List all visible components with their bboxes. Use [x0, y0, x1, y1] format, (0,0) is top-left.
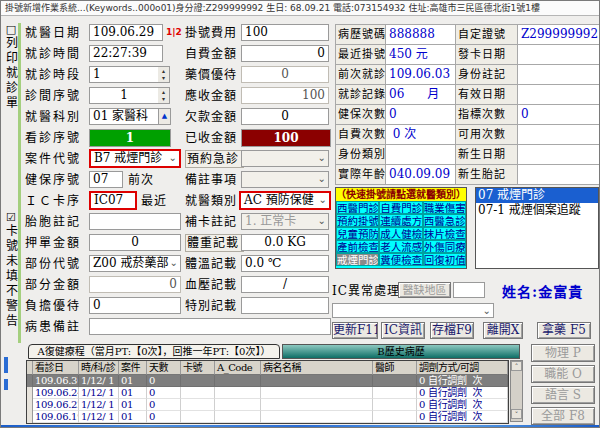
exit-button[interactable]: 離開X: [483, 322, 523, 339]
quick-cell[interactable]: 外傷同療: [423, 240, 466, 253]
ic-info-button[interactable]: IC資訊: [381, 322, 425, 339]
get-medicine-f5-button[interactable]: 拿藥 F5: [537, 322, 591, 339]
nhi-seq-field[interactable]: 07: [89, 171, 123, 188]
appointment-er-label[interactable]: 預約急診: [185, 150, 244, 168]
quick-cell[interactable]: 戒煙門診: [336, 253, 379, 266]
table-cell[interactable]: [215, 387, 261, 399]
quick-cell[interactable]: 西醫門診: [336, 201, 379, 214]
table-cell[interactable]: 01: [119, 411, 147, 423]
table-cell[interactable]: 0: [147, 387, 181, 399]
blood-pressure-field[interactable]: /: [241, 276, 329, 293]
room-seq-stepper[interactable]: ▴▾: [158, 87, 170, 104]
quick-cell[interactable]: 成人健檢: [379, 227, 422, 240]
department-field[interactable]: 01 家醫科: [89, 108, 159, 125]
table-cell[interactable]: [181, 387, 215, 399]
visit-date-field[interactable]: 109.06.29: [89, 24, 163, 41]
occupational-therapy-button[interactable]: 職能 O: [531, 365, 595, 383]
quick-cell[interactable]: 自費門診: [379, 201, 422, 214]
weight-label[interactable]: 體重記載: [185, 234, 244, 252]
table-cell[interactable]: [215, 399, 261, 411]
field-value[interactable]: [518, 45, 600, 65]
scroll-down-icon[interactable]: ˅: [511, 409, 522, 419]
speech-therapy-button[interactable]: 語言 S: [531, 386, 595, 404]
weight-field[interactable]: 0.0 KG: [241, 234, 329, 251]
ic-abnormal-combobox[interactable]: ⌄: [332, 303, 494, 318]
field-value[interactable]: 06 月: [386, 85, 456, 105]
case-listbox[interactable]: 07 戒煙門診 07-1 戒煙個案追蹤: [475, 187, 599, 269]
list-item[interactable]: 07-1 戒煙個案追蹤: [476, 203, 598, 218]
table-cell[interactable]: [373, 387, 417, 399]
appointment-er-combobox[interactable]: ⌄: [241, 150, 329, 167]
quick-cell[interactable]: 兒童預防: [336, 227, 379, 240]
table-cell[interactable]: 01: [119, 375, 147, 387]
deposit-field[interactable]: 0: [89, 234, 181, 251]
table-cell[interactable]: 0: [147, 411, 181, 423]
queue-no-field[interactable]: 1: [89, 129, 171, 147]
quick-cell[interactable]: 抹片檢查: [423, 227, 466, 240]
table-cell[interactable]: 109.06.24: [33, 387, 79, 399]
quick-cell[interactable]: 回復初值: [423, 253, 466, 266]
discount-field[interactable]: 0: [89, 297, 181, 314]
table-cell[interactable]: [261, 411, 373, 423]
tab-history-record[interactable]: B歷史病歷: [282, 344, 520, 359]
physical-therapy-button[interactable]: 物理 P: [531, 344, 595, 362]
card-no-warning-option[interactable]: ☑ 卡號未填不警告: [3, 211, 19, 329]
table-cell[interactable]: [261, 399, 373, 411]
table-cell[interactable]: [215, 411, 261, 423]
field-value[interactable]: [518, 125, 600, 145]
session-field[interactable]: 1: [89, 66, 159, 83]
save-f9-button[interactable]: 存檔F9: [430, 322, 474, 339]
visit-time-field[interactable]: 22:27:39: [89, 45, 163, 62]
medical-shortage-area-button[interactable]: 醫缺地區: [398, 282, 451, 298]
department-up-button[interactable]: ▲: [158, 108, 171, 125]
list-item[interactable]: 07 戒煙門診: [476, 188, 598, 203]
table-cell[interactable]: [181, 411, 215, 423]
ic-small-field[interactable]: [453, 282, 485, 298]
update-f11-button[interactable]: 更新F11: [332, 322, 378, 339]
scroll-up-icon[interactable]: ˄: [511, 361, 522, 371]
special-note-field[interactable]: [241, 297, 329, 314]
field-value[interactable]: 450 元: [386, 45, 456, 65]
table-cell[interactable]: 0: [147, 375, 181, 387]
table-cell[interactable]: 1/12/ 1: [79, 375, 119, 387]
quick-cell[interactable]: 職業傷害: [423, 201, 466, 214]
table-cell[interactable]: [261, 387, 373, 399]
table-cell[interactable]: 1/12/ 1: [79, 399, 119, 411]
table-cell[interactable]: 109.06.19: [33, 411, 79, 423]
arrears-field[interactable]: 0: [241, 108, 329, 125]
table-cell[interactable]: 0 自行調劑 次: [417, 387, 508, 399]
table-cell[interactable]: 0 自行調劑 次: [417, 375, 508, 387]
patient-note-field[interactable]: [89, 318, 331, 335]
field-value[interactable]: Z299999992: [518, 25, 600, 45]
self-pay-field[interactable]: 0: [241, 45, 329, 62]
table-cell[interactable]: 01: [119, 387, 147, 399]
spin-up-icon[interactable]: ▴: [162, 67, 165, 74]
all-f8-button[interactable]: 全部 F8: [531, 407, 595, 425]
reg-fee-field[interactable]: 100: [241, 24, 329, 41]
spin-up-icon[interactable]: ▴: [162, 88, 165, 95]
field-value[interactable]: 0 次: [386, 125, 456, 145]
spin-down-icon[interactable]: ▾: [162, 74, 165, 81]
field-value[interactable]: [518, 165, 600, 185]
field-value[interactable]: 0: [386, 105, 456, 125]
table-cell[interactable]: 01: [119, 399, 147, 411]
quick-cell[interactable]: 糞便檢查: [379, 253, 422, 266]
temperature-field[interactable]: 0.0 ℃: [241, 255, 329, 272]
field-value[interactable]: [518, 145, 600, 165]
room-seq-field[interactable]: 1: [89, 87, 159, 104]
table-cell[interactable]: [373, 411, 417, 423]
field-value[interactable]: 040.09.09: [386, 165, 456, 185]
case-code-combobox[interactable]: B7 戒煙門診⌄: [89, 149, 181, 168]
quick-cell[interactable]: 西醫急診: [423, 214, 466, 227]
quick-cell[interactable]: 老人流感: [379, 240, 422, 253]
table-cell[interactable]: [373, 399, 417, 411]
table-cell[interactable]: [215, 375, 261, 387]
session-stepper[interactable]: ▴▾: [158, 66, 170, 83]
quick-cell[interactable]: 產前檢查: [336, 240, 379, 253]
field-value[interactable]: 109.06.03: [386, 65, 456, 85]
visit-type-combobox[interactable]: AC 預防保健⌄: [239, 191, 331, 210]
table-cell[interactable]: 0 自行調劑 次: [417, 411, 508, 423]
fetus-note-field[interactable]: [89, 213, 181, 230]
table-cell[interactable]: [181, 399, 215, 411]
table-cell[interactable]: 109.06.22: [33, 399, 79, 411]
